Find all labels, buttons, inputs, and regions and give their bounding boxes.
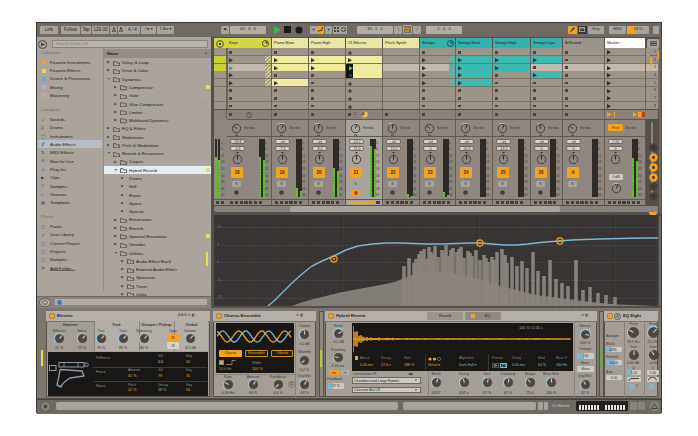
svg-text:A: A — [616, 314, 619, 319]
svg-text:F: F — [290, 382, 293, 387]
